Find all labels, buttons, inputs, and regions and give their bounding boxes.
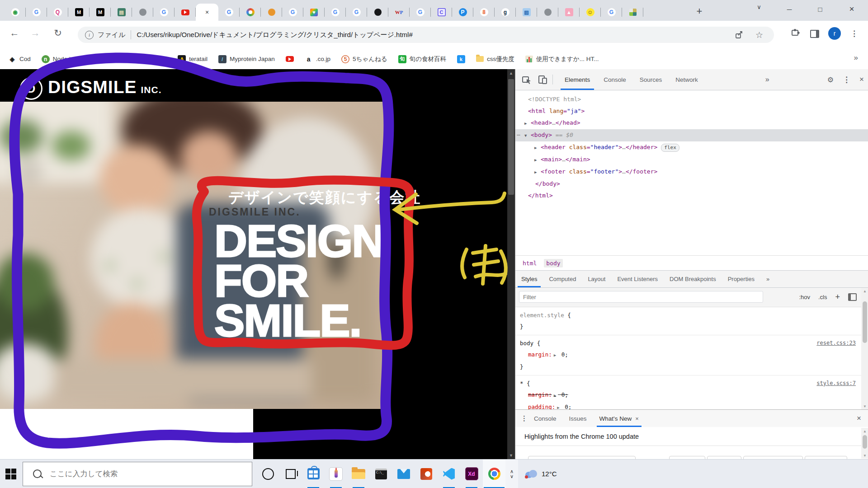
dom-tree-row[interactable]: ⋯▼<body> == $0 [515,129,868,141]
browser-tab[interactable]: G [346,4,367,21]
sidebar-toggle-icon[interactable] [848,293,857,301]
css-rule-selector-line[interactable]: element.style { [515,310,861,321]
browser-tab[interactable] [622,4,643,21]
bookmark-item[interactable]: ◈Cod [8,55,31,63]
expand-arrow-icon[interactable]: ▶ [534,142,541,154]
drawer-tab-close-icon[interactable]: × [635,415,639,422]
toggle-class-button[interactable]: .cls [818,294,827,300]
browser-tab[interactable]: G [601,4,622,21]
window-close-button[interactable]: × [840,0,863,18]
expand-arrow-icon[interactable]: ▶ [534,154,541,166]
bookmark-item[interactable]: 使用できますか... HT... [525,55,599,63]
taskbar-vscode-button[interactable] [438,460,460,488]
scroll-down-icon[interactable]: ▼ [861,452,868,459]
page-scrollbar-thumb[interactable] [508,79,514,195]
bookmark-item[interactable] [286,56,294,62]
browser-tab[interactable]: 8 [473,4,495,21]
back-icon[interactable]: ← [7,28,22,38]
dom-tree-row[interactable]: ▶<header class="header">…</header>flex [515,141,868,154]
styles-tab-properties[interactable]: Properties [722,271,760,287]
bookmark-item[interactable]: QQiita [143,55,167,63]
styles-tab-dom-breakpoints[interactable]: DOM Breakpoints [664,271,722,287]
dom-tree-row[interactable]: <!DOCTYPE html> [515,94,868,105]
reload-icon[interactable]: ↻ [51,28,65,38]
bookmark-item[interactable]: css優先度 [476,55,514,63]
inspect-element-icon[interactable] [522,75,532,84]
styles-scrollbar[interactable]: ▲ ▼ [861,288,868,409]
drawer-tab-issues[interactable]: Issues [563,410,593,427]
profile-avatar[interactable]: r [828,27,841,40]
scroll-down-icon[interactable]: ▼ [507,451,515,459]
taskbar-search-input[interactable] [49,469,231,479]
styles-scrollbar-thumb[interactable] [863,301,867,343]
bookmark-item[interactable]: nNode.js [42,55,74,63]
browser-tab[interactable] [261,4,282,21]
window-maximize-button[interactable]: □ [808,0,832,18]
browser-tab[interactable]: g [495,4,516,21]
start-button[interactable] [0,460,22,488]
browser-tab[interactable] [240,4,261,21]
expand-value-icon[interactable]: ▶ [552,393,558,398]
url-text[interactable]: C:/Users/rikup/OneDrive/ドキュメント/プログラミング/ク… [137,31,412,39]
devtools-close-icon[interactable]: × [859,75,864,84]
styles-tabs-overflow[interactable]: » [760,271,775,287]
taskbar-search-box[interactable] [23,462,252,486]
new-style-rule-button[interactable]: + [835,292,840,302]
scroll-up-icon[interactable]: ▲ [861,288,868,294]
browser-tab[interactable] [367,4,388,21]
taskbar-office-button[interactable] [415,460,438,488]
taskbar-store-button[interactable] [302,460,325,488]
dom-tree-row[interactable]: </body> [515,178,868,190]
browser-tab[interactable]: WP [388,4,410,21]
styles-tab-computed[interactable]: Computed [543,271,582,287]
dom-tree-row[interactable]: ▶<footer class="footer">…</footer> [515,166,868,178]
taskbar-mail-button[interactable] [392,460,415,488]
browser-tab[interactable] [175,4,196,21]
drawer-close-icon[interactable]: × [857,414,861,423]
address-bar[interactable]: i ファイル C:/Users/rikup/OneDrive/ドキュメント/プロ… [78,27,774,43]
taskbar-file-explorer-button[interactable] [347,460,370,488]
browser-tab[interactable]: G [410,4,431,21]
browser-tab[interactable]: G [282,4,303,21]
expand-arrow-icon[interactable]: ▶ [524,117,531,129]
extensions-puzzle-icon[interactable] [790,27,800,37]
browser-tab[interactable]: M [68,4,90,21]
css-property-line[interactable]: padding:▶ 0; [515,401,861,409]
devtools-tab-sources[interactable]: Sources [633,69,669,90]
page-scrollbar[interactable]: ▲ ▼ [507,69,515,459]
styles-tab-layout[interactable]: Layout [582,271,611,287]
bookmark-item[interactable]: k [457,55,465,63]
dom-tree-row[interactable]: </html> [515,190,868,202]
side-panel-icon[interactable] [810,30,819,38]
share-icon[interactable] [735,30,744,39]
window-minimize-button[interactable]: ─ [778,0,801,18]
stylesheet-link[interactable]: style.scss:7 [816,378,856,389]
css-rule-selector-line[interactable]: reset.css:23body { [515,338,861,349]
drawer-tab-what-s-new[interactable]: What's New× [593,410,645,427]
bookmark-item[interactable]: Ateratail [178,55,208,63]
bookmarks-overflow-chevron[interactable]: » [854,53,858,62]
devtools-tabs-overflow[interactable]: » [765,75,769,84]
taskbar-chrome-button[interactable] [483,460,505,488]
dom-tree-row[interactable]: ▶<head>…</head> [515,117,868,129]
browser-tab[interactable]: G [153,4,175,21]
browser-tab[interactable]: ♥ [303,4,325,21]
scroll-up-icon[interactable]: ▲ [507,69,515,77]
scroll-down-icon[interactable]: ▼ [861,403,868,409]
bookmark-star-icon[interactable]: ☆ [755,30,763,40]
taskbar-overflow-arrows[interactable]: ∧∨ [505,460,518,488]
drawer-scrollbar[interactable]: ▲ ▼ [861,428,868,459]
dom-tree-row[interactable]: <html lang="ja"> [515,105,868,117]
browser-tab[interactable]: C [431,4,452,21]
styles-tab-event-listeners[interactable]: Event Listeners [611,271,664,287]
breadcrumb-item-body[interactable]: body [544,259,562,267]
browser-tab[interactable]: ◉ [5,4,26,21]
stylesheet-link[interactable]: reset.css:23 [816,338,856,349]
taskbar-terminal-button[interactable]: C:\_ [370,460,392,488]
drawer-menu-icon[interactable]: ⋮ [521,414,528,422]
browser-tab[interactable]: G [218,4,240,21]
new-tab-button[interactable]: + [692,5,707,18]
expand-arrow-icon[interactable]: ▶ [534,166,541,178]
bookmark-item[interactable]: /Myprotein Japan [218,55,275,63]
styles-tab-styles[interactable]: Styles [515,271,543,287]
